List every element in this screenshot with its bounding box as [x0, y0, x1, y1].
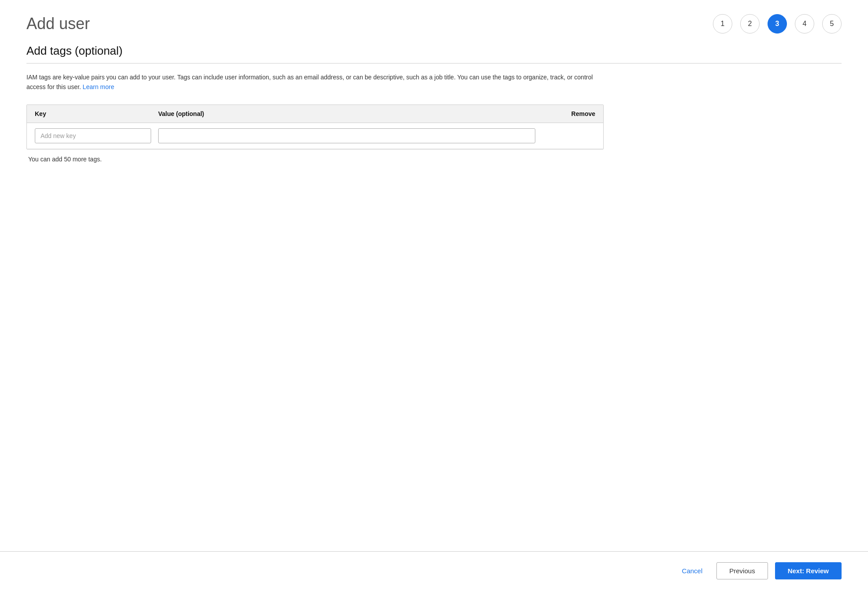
value-input[interactable] [158, 128, 535, 143]
section-divider [26, 63, 842, 63]
step-1[interactable]: 1 [713, 14, 732, 34]
page-footer: Cancel Previous Next: Review [0, 551, 868, 590]
next-button[interactable]: Next: Review [775, 562, 842, 579]
tags-table: Key Value (optional) Remove [26, 105, 604, 149]
learn-more-link[interactable]: Learn more [83, 83, 115, 90]
description-text: IAM tags are key-value pairs you can add… [26, 72, 599, 92]
step-indicators: 1 2 3 4 5 [713, 14, 842, 34]
cancel-button[interactable]: Cancel [675, 563, 710, 579]
key-input-wrap [35, 128, 158, 143]
table-row [27, 123, 603, 149]
section-title: Add tags (optional) [26, 44, 842, 58]
page-title: Add user [26, 15, 90, 33]
value-input-wrap [158, 128, 542, 143]
step-4[interactable]: 4 [795, 14, 814, 34]
step-5[interactable]: 5 [822, 14, 842, 34]
column-header-value: Value (optional) [158, 110, 542, 117]
page-header: Add user 1 2 3 4 5 [0, 0, 868, 44]
main-content: Add tags (optional) IAM tags are key-val… [0, 44, 868, 551]
column-header-key: Key [35, 110, 158, 117]
step-2[interactable]: 2 [740, 14, 760, 34]
step-3[interactable]: 3 [768, 14, 787, 34]
tags-count-text: You can add 50 more tags. [26, 156, 842, 163]
tags-table-header: Key Value (optional) Remove [27, 105, 603, 123]
column-header-remove: Remove [542, 110, 595, 117]
key-input[interactable] [35, 128, 151, 143]
previous-button[interactable]: Previous [716, 562, 768, 579]
